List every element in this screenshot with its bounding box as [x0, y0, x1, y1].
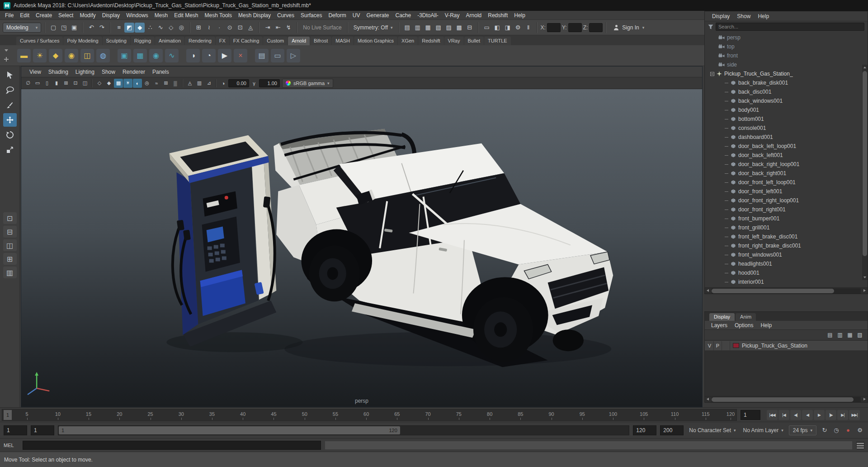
two-pane-layout-button[interactable]: ⊟: [3, 226, 17, 238]
three-pane-layout-button[interactable]: ◫: [3, 239, 17, 251]
shelf-tab[interactable]: Poly Modeling: [63, 37, 102, 45]
menu-item[interactable]: -3DtoAll-: [414, 12, 442, 19]
select-mask-misc-icon[interactable]: ◎: [176, 23, 186, 33]
outliner-mesh-row[interactable]: front_left_brake_disc001: [705, 232, 868, 241]
auto-key-icon[interactable]: ●: [844, 426, 853, 435]
lasso-tool-button[interactable]: [3, 83, 17, 97]
go-to-start-button[interactable]: |◀◀: [767, 410, 778, 420]
symmetry-selector[interactable]: Symmetry: Off ▾: [351, 24, 395, 31]
colorspace-selector[interactable]: sRGB gamma ▾: [282, 79, 333, 88]
fog-icon[interactable]: ▒: [171, 79, 180, 88]
viewport-3d[interactable]: persp: [21, 89, 702, 407]
menu-item[interactable]: Mesh Tools: [202, 12, 235, 19]
shelf-tab[interactable]: Rigging: [131, 37, 155, 45]
select-object-icon[interactable]: ◩: [124, 23, 134, 33]
menu-item[interactable]: Windows: [123, 12, 151, 19]
viewport-menu-item[interactable]: View: [26, 69, 45, 75]
make-live-icon[interactable]: ◬: [245, 23, 255, 33]
no-draw-override-icon[interactable]: ∅: [24, 79, 33, 88]
select-tool-button[interactable]: [3, 68, 17, 82]
shelf-tab[interactable]: Animation: [155, 37, 184, 45]
play-render-icon[interactable]: ▷: [287, 49, 300, 62]
redo-icon[interactable]: ↷: [97, 23, 107, 33]
outliner-mesh-row[interactable]: door_back_left_loop001: [705, 142, 868, 151]
shelf-editor-icon[interactable]: [3, 56, 9, 62]
outliner-root-row[interactable]: Pickup_Truck_Gas_Station_: [705, 69, 868, 78]
playback-loop-icon[interactable]: ↻: [820, 426, 829, 435]
gpu-cache-icon[interactable]: ▦: [133, 49, 147, 62]
xray-icon[interactable]: ▥: [195, 79, 204, 88]
step-forward-frame-button[interactable]: ▶|: [837, 410, 848, 420]
outliner-camera-row[interactable]: front: [705, 51, 868, 60]
outliner-mesh-row[interactable]: back_brake_disk001: [705, 78, 868, 87]
shelf-tab[interactable]: FX Caching: [230, 37, 263, 45]
command-language-toggle[interactable]: MEL: [4, 443, 19, 448]
coordinate-input[interactable]: [568, 23, 582, 32]
outliner-mesh-row[interactable]: dashboard001: [705, 133, 868, 142]
viewport-menu-item[interactable]: Shading: [45, 69, 72, 75]
scroll-left-arrow-icon[interactable]: [705, 396, 711, 403]
snap-curve-icon[interactable]: ≀: [204, 23, 214, 33]
outliner-mesh-row[interactable]: door_front_left_loop001: [705, 178, 868, 187]
shelf-tab[interactable]: Rendering: [185, 37, 215, 45]
shelf-tab[interactable]: VRay: [444, 37, 464, 45]
menu-item[interactable]: File: [2, 12, 17, 19]
character-set-selector[interactable]: No Character Set ▾: [687, 427, 737, 434]
open-scene-icon[interactable]: ◳: [59, 23, 69, 33]
viewport-menu-item[interactable]: Renderer: [119, 69, 149, 75]
outliner-menu-item[interactable]: Show: [733, 13, 754, 19]
select-component-icon[interactable]: ◆: [135, 23, 145, 33]
exposure-field[interactable]: 0.00: [228, 79, 249, 87]
outliner-menu-item[interactable]: Display: [708, 13, 733, 19]
graph-editor-icon[interactable]: ▦: [423, 23, 433, 33]
rotate-tool-button[interactable]: [3, 128, 17, 142]
step-forward-key-button[interactable]: |▶: [826, 410, 836, 420]
ipr-icon[interactable]: ◔: [202, 49, 216, 62]
animation-end-field[interactable]: 200: [660, 425, 684, 435]
layer-playback-toggle[interactable]: P: [714, 341, 722, 350]
layer-editor-menu-item[interactable]: Help: [757, 322, 775, 329]
menu-item[interactable]: Deform: [325, 12, 349, 19]
scroll-up-arrow-icon[interactable]: [862, 65, 868, 70]
outliner-mesh-row[interactable]: door_front_right001: [705, 205, 868, 214]
menu-item[interactable]: Edit: [17, 12, 33, 19]
outliner-mesh-row[interactable]: headlights001: [705, 259, 868, 268]
layer-edit-icon[interactable]: ▧: [856, 331, 864, 339]
menu-item[interactable]: Edit Mesh: [171, 12, 201, 19]
scrollbar-thumb[interactable]: [712, 397, 854, 402]
outliner-camera-row[interactable]: top: [705, 42, 868, 51]
shelf-tab[interactable]: Motion Graphics: [354, 37, 397, 45]
collapse-expander-icon[interactable]: [710, 72, 714, 76]
coordinate-input[interactable]: [589, 23, 603, 32]
safe-title-icon[interactable]: ◫: [80, 79, 90, 88]
outliner-mesh-row[interactable]: interior001: [705, 277, 868, 286]
play-forwards-button[interactable]: ▶: [814, 410, 825, 420]
grease-pencil-icon[interactable]: ⊿: [204, 79, 213, 88]
new-scene-icon[interactable]: ▢: [48, 23, 58, 33]
uv-editor-icon[interactable]: ▨: [444, 23, 454, 33]
render-sequence-icon[interactable]: ▶: [218, 49, 231, 62]
timeline-ruler[interactable]: 5 10 15 20 25 30 35 40 45 50: [2, 409, 737, 421]
outliner-mesh-row[interactable]: front_bumper001: [705, 214, 868, 223]
menu-item[interactable]: Cache: [392, 12, 414, 19]
scale-tool-button[interactable]: [3, 143, 17, 157]
menu-item[interactable]: Create: [33, 12, 55, 19]
photometric-light-icon[interactable]: ◉: [65, 49, 78, 62]
outliner-persp-layout-button[interactable]: ▥: [3, 267, 17, 278]
shelf-tab[interactable]: Curves / Surfaces: [16, 37, 63, 45]
pause-viewport-icon[interactable]: ‖: [524, 23, 533, 33]
script-editor-icon[interactable]: [856, 441, 864, 449]
anim-layer-selector[interactable]: No Anim Layer ▾: [741, 427, 785, 434]
menu-item[interactable]: Select: [55, 12, 76, 19]
layer-visibility-toggle[interactable]: V: [706, 341, 714, 350]
scrollbar-track[interactable]: [712, 288, 861, 294]
snap-grid-icon[interactable]: ⊞: [193, 23, 203, 33]
menu-item[interactable]: Curves: [274, 12, 297, 19]
snap-view-plane-icon[interactable]: ⊡: [235, 23, 245, 33]
live-surface-label[interactable]: No Live Surface: [301, 24, 344, 31]
denoise-icon[interactable]: ×: [234, 49, 247, 62]
gate-mask-icon[interactable]: ▮: [52, 79, 61, 88]
snap-point-icon[interactable]: ∙: [214, 23, 224, 33]
outliner-mesh-row[interactable]: hood001: [705, 268, 868, 277]
select-mask-curves-icon[interactable]: ∿: [156, 23, 165, 33]
